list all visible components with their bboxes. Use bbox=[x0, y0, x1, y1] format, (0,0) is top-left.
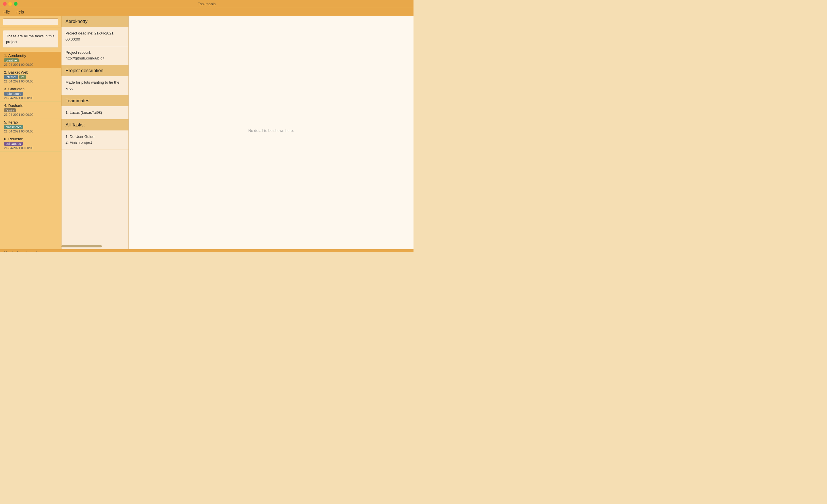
project-item-title: 4. Dacharie bbox=[4, 103, 57, 108]
main-app: These are all the tasks in this project … bbox=[0, 16, 414, 245]
project-item-number: 2. bbox=[4, 70, 7, 74]
close-button[interactable] bbox=[3, 2, 7, 6]
tag-internet: internet bbox=[4, 75, 18, 79]
bottom-scrollbar-area bbox=[61, 245, 129, 249]
menubar: File Help bbox=[0, 8, 414, 16]
description-header: Project description: bbox=[61, 65, 129, 76]
traffic-lights bbox=[3, 2, 17, 6]
project-item-title: 5. Iterab bbox=[4, 120, 57, 124]
menu-file[interactable]: File bbox=[3, 10, 10, 14]
no-detail-text: No detail to be shown here. bbox=[248, 129, 294, 133]
project-item-number: 1. bbox=[4, 53, 7, 58]
middle-panel: Aeroknotty Project deadline: 21-04-2021 … bbox=[61, 16, 129, 245]
menu-help[interactable]: Help bbox=[16, 10, 24, 14]
project-item-name: Charletan bbox=[8, 87, 25, 91]
tag-colleagues: colleagues bbox=[4, 142, 23, 146]
project-item-date: 21-04-2021 00:00:00 bbox=[4, 146, 57, 150]
project-item-name: Iterab bbox=[8, 120, 18, 124]
project-item-number: 6. bbox=[4, 137, 7, 141]
teammates-header: Teammates: bbox=[61, 95, 129, 106]
titlebar: Taskmania bbox=[0, 0, 414, 8]
window-title: Taskmania bbox=[198, 2, 215, 6]
project-item[interactable]: 5. Iterabclassmates21-04-2021 00:00:00 bbox=[0, 118, 61, 135]
project-item-name: Basket Web bbox=[8, 70, 29, 74]
project-item-tags: neighbours bbox=[4, 92, 57, 96]
project-item[interactable]: 2. Basket Webinternetiot21-04-2021 00:00… bbox=[0, 68, 61, 85]
task-item: 1. Do User Guide bbox=[65, 134, 125, 140]
project-item-number: 4. bbox=[4, 103, 7, 108]
project-deadline: Project deadline: 21-04-2021 00:00:00 bbox=[61, 27, 129, 46]
project-repourl: Project repourl: http://github.com/a/b.g… bbox=[61, 46, 129, 65]
project-list: 1. Aeroknottycreative21-04-2021 00:00:00… bbox=[0, 50, 61, 245]
project-item-date: 21-04-2021 00:00:00 bbox=[4, 96, 57, 100]
status-path: ./data/maincatalogue.json bbox=[3, 251, 42, 252]
project-item-name: Dacharie bbox=[8, 103, 23, 108]
tag-iot: iot bbox=[19, 75, 26, 79]
project-item-date: 21-04-2021 00:00:00 bbox=[4, 113, 57, 116]
project-title: Aeroknotty bbox=[61, 16, 129, 27]
tag-creative: creative bbox=[4, 58, 19, 62]
search-container bbox=[0, 16, 61, 28]
bottom-right bbox=[129, 245, 414, 249]
minimize-button[interactable] bbox=[8, 2, 12, 6]
maximize-button[interactable] bbox=[14, 2, 17, 6]
bottom-left bbox=[0, 245, 61, 249]
project-item-tags: family bbox=[4, 108, 57, 112]
left-panel: These are all the tasks in this project … bbox=[0, 16, 61, 245]
info-box: These are all the tasks in this project bbox=[3, 30, 58, 48]
project-item-number: 3. bbox=[4, 87, 7, 91]
project-item-date: 21-04-2021 00:00:00 bbox=[4, 130, 57, 133]
project-item[interactable]: 1. Aeroknottycreative21-04-2021 00:00:00 bbox=[0, 52, 61, 68]
right-panel: No detail to be shown here. bbox=[129, 16, 414, 245]
project-item-tags: classmates bbox=[4, 125, 57, 129]
project-item[interactable]: 4. Dachariefamily21-04-2021 00:00:00 bbox=[0, 102, 61, 118]
project-item-tags: creative bbox=[4, 58, 57, 62]
tag-family: family bbox=[4, 108, 16, 112]
statusbar: ./data/maincatalogue.json bbox=[0, 249, 414, 252]
project-item[interactable]: 6. Reuletancolleagues21-04-2021 00:00:00 bbox=[0, 135, 61, 152]
scrollbar-thumb[interactable] bbox=[61, 245, 102, 247]
task-item: 2. Finish project bbox=[65, 140, 125, 146]
project-item-title: 3. Charletan bbox=[4, 87, 57, 91]
tag-classmates: classmates bbox=[4, 125, 23, 129]
search-input[interactable] bbox=[3, 18, 58, 25]
project-item-title: 2. Basket Web bbox=[4, 70, 57, 74]
project-item-number: 5. bbox=[4, 120, 7, 124]
project-item-tags: colleagues bbox=[4, 142, 57, 146]
teammates-list: 1. Lucas (LucasTai98) bbox=[61, 106, 129, 119]
project-description: Made for pilots wanting to tie the knot bbox=[61, 76, 129, 95]
project-item[interactable]: 3. Charletanneighbours21-04-2021 00:00:0… bbox=[0, 85, 61, 102]
bottom-row bbox=[0, 245, 414, 249]
tasks-header: All Tasks: bbox=[61, 119, 129, 131]
project-item-date: 21-04-2021 00:00:00 bbox=[4, 80, 57, 83]
project-item-date: 21-04-2021 00:00:00 bbox=[4, 63, 57, 66]
tag-neighbours: neighbours bbox=[4, 92, 23, 96]
tasks-list: 1. Do User Guide2. Finish project bbox=[61, 131, 129, 150]
teammate-item: 1. Lucas (LucasTai98) bbox=[65, 110, 125, 116]
project-item-title: 1. Aeroknotty bbox=[4, 53, 57, 58]
project-item-name: Aeroknotty bbox=[8, 53, 26, 58]
project-item-name: Reuletan bbox=[8, 137, 23, 141]
project-item-tags: internetiot bbox=[4, 75, 57, 79]
project-item-title: 6. Reuletan bbox=[4, 137, 57, 141]
